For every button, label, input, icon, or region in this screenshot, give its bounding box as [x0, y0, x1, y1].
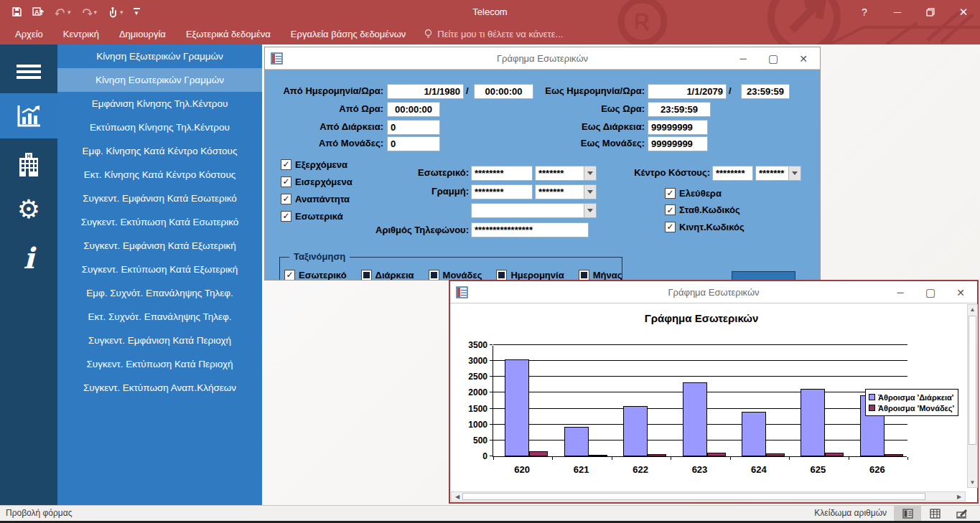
form-view-button[interactable]	[894, 506, 921, 522]
sidebar-item[interactable]: Συγκεντ. Εκτύπωση Αναπ.Κλήσεων	[57, 376, 262, 400]
gear-icon[interactable]: ⚙	[0, 192, 57, 227]
line-combo[interactable]: *******	[535, 184, 597, 199]
sidebar-item[interactable]: Εκτ. Συχνότ. Επανάληψης Τηλεφ.	[57, 305, 262, 329]
undo-caret-icon[interactable]: ▾	[67, 9, 71, 16]
checkbox[interactable]	[284, 270, 295, 281]
tell-me-box[interactable]: Πείτε μου τι θέλετε να κάνετε...	[424, 29, 563, 39]
vertical-scroll-thumb[interactable]	[969, 316, 976, 445]
ribbon-tab[interactable]: Εξωτερικά δεδομένα	[177, 24, 280, 44]
redo-caret-icon[interactable]: ▾	[94, 9, 98, 16]
from-units-input[interactable]: 0	[387, 136, 440, 151]
from-date-input[interactable]: 1/1/1980	[387, 84, 464, 99]
checkbox[interactable]	[281, 159, 291, 170]
form-minimize-button[interactable]: ─	[728, 47, 758, 70]
form-maximize-button[interactable]: ▢	[758, 47, 788, 70]
application-window: A ▾ ▾ ▾ ▾ Telecom	[0, 0, 980, 523]
checkbox[interactable]	[281, 211, 291, 222]
to-time-input[interactable]: 23:59:59	[648, 102, 711, 117]
sidebar-item[interactable]: Κίνηση Εσωτερικών Γραμμών	[57, 68, 262, 92]
building-icon[interactable]: H	[0, 147, 57, 183]
scroll-up-icon[interactable]: ▲	[968, 306, 977, 313]
chart-plot-area	[493, 346, 907, 457]
save-icon[interactable]	[11, 6, 22, 17]
sidebar-item[interactable]: Συγκεντ. Εκτύπωση Κατά Περιοχή	[57, 352, 262, 376]
checkbox[interactable]	[429, 270, 439, 281]
chart-window-titlebar[interactable]: Γράφημα Εσωτερικών ─ ▢ ✕	[450, 281, 977, 303]
x-axis-label: 622	[615, 464, 666, 475]
sidebar-item[interactable]: Συγκεντ. Εμφάνιση Κατά Περιοχή	[57, 329, 262, 352]
ribbon-tab[interactable]: Δημιουργία	[110, 24, 175, 44]
line-input[interactable]: ********	[471, 184, 533, 199]
to-datetime-time-input[interactable]: 23:59:59	[741, 84, 790, 99]
ribbon-tab[interactable]: Εργαλεία βάσης δεδομένων	[281, 24, 415, 44]
from-duration-input[interactable]: 0	[387, 120, 440, 135]
info-icon[interactable]: i	[0, 238, 57, 278]
checkbox[interactable]	[665, 204, 676, 215]
chart-horizontal-scrollbar[interactable]: ◀ ▶	[451, 491, 966, 501]
sidebar-item[interactable]: Συγκεντ. Εμφάνιση Κατά Εσωτερικό	[57, 187, 262, 210]
help-button[interactable]: ?	[848, 0, 881, 24]
form-window-titlebar[interactable]: Γράφημα Εσωτερικών ─ ▢ ✕	[265, 47, 820, 70]
cost-center-combo[interactable]: *******	[755, 166, 801, 181]
sidebar-item[interactable]: Εμφάνιση Κίνησης Τηλ.Κέντρου	[57, 92, 262, 116]
extra-combo[interactable]	[471, 203, 597, 218]
chart-minimize-button[interactable]: ─	[885, 281, 915, 303]
menu-icon[interactable]	[0, 57, 57, 86]
to-units-input[interactable]: 99999999	[648, 136, 708, 151]
touch-caret-icon[interactable]: ▾	[120, 9, 123, 16]
gridline	[493, 376, 907, 377]
sidebar-item[interactable]: Συγκεντ. Εκτύπωση Κατά Εσωτερικό	[57, 210, 262, 234]
touch-mode-icon[interactable]: ▾	[107, 6, 123, 18]
scroll-right-icon[interactable]: ▶	[956, 494, 963, 500]
chart-vertical-scrollbar[interactable]: ▲ ▼	[967, 304, 978, 488]
to-date-input[interactable]: 1/1/2079	[648, 84, 727, 99]
to-duration-input[interactable]: 99999999	[648, 120, 708, 135]
undo-icon[interactable]: ▾	[55, 7, 71, 17]
internal-combo-arrow-icon[interactable]	[584, 166, 596, 180]
checkbox[interactable]	[579, 270, 589, 281]
chart-icon[interactable]	[0, 93, 57, 138]
ribbon-tab[interactable]: Αρχείο	[6, 24, 52, 44]
form-close-button[interactable]: ✕	[788, 47, 818, 70]
x-axis-label: 620	[497, 464, 547, 475]
chart-close-button[interactable]: ✕	[946, 281, 976, 303]
sidebar-item[interactable]: Εκτύπωση Κίνησης Τηλ.Κέντρου	[57, 116, 262, 139]
checkbox[interactable]	[665, 222, 676, 232]
redo-icon[interactable]: ▾	[81, 7, 98, 17]
bar-duration	[683, 382, 707, 456]
scroll-down-icon[interactable]: ▼	[968, 479, 977, 486]
chart-window: Γράφημα Εσωτερικών ─ ▢ ✕ Γράφημα Εσωτερι…	[449, 280, 979, 504]
close-button[interactable]: ✕	[947, 0, 980, 24]
phone-input[interactable]: ****************	[471, 222, 589, 237]
from-time-input[interactable]: 00:00:00	[387, 102, 440, 117]
extra-combo-arrow-icon[interactable]	[584, 204, 596, 217]
restore-button[interactable]	[914, 0, 947, 24]
layout-view-button[interactable]	[948, 506, 976, 522]
scroll-left-icon[interactable]: ◀	[454, 494, 461, 500]
sidebar-item[interactable]: Συγκεντ. Εκτύπωση Κατά Εξωτερική	[57, 258, 262, 281]
customize-qat-icon[interactable]: ▾	[134, 8, 140, 17]
language-icon[interactable]: A	[32, 6, 45, 17]
checkbox[interactable]	[361, 270, 372, 281]
internal-combo[interactable]: *******	[535, 166, 597, 181]
lightbulb-icon	[424, 29, 433, 39]
checkbox[interactable]	[281, 176, 291, 187]
sidebar-item[interactable]: Συγκεντ. Εμφάνιση Κατά Εξωτερική	[57, 234, 262, 258]
cost-center-input[interactable]: ********	[712, 166, 753, 181]
sidebar-item[interactable]: Κίνηση Εξωτερικών Γραμμών	[57, 44, 262, 68]
horizontal-scroll-thumb[interactable]	[462, 493, 925, 500]
line-combo-arrow-icon[interactable]	[584, 185, 596, 199]
minimize-button[interactable]: ─	[881, 0, 914, 24]
sidebar-item[interactable]: Εμφ. Συχνότ. Επανάληψης Τηλεφ.	[57, 281, 262, 305]
checkbox[interactable]	[496, 270, 507, 281]
checkbox[interactable]	[665, 188, 676, 199]
cost-center-combo-arrow-icon[interactable]	[788, 166, 801, 180]
chart-maximize-button[interactable]: ▢	[915, 281, 946, 303]
ribbon-tab[interactable]: Κεντρική	[54, 24, 108, 44]
sidebar-item[interactable]: Εκτ. Κίνησης Κατά Κέντρο Κόστους	[57, 163, 262, 187]
internal-input[interactable]: ********	[471, 166, 533, 181]
y-axis-label: 3500	[454, 340, 487, 350]
sidebar-item[interactable]: Εμφ. Κίνησης Κατά Κέντρο Κόστους	[57, 139, 262, 163]
datasheet-view-button[interactable]	[921, 506, 948, 522]
checkbox[interactable]	[281, 194, 291, 204]
